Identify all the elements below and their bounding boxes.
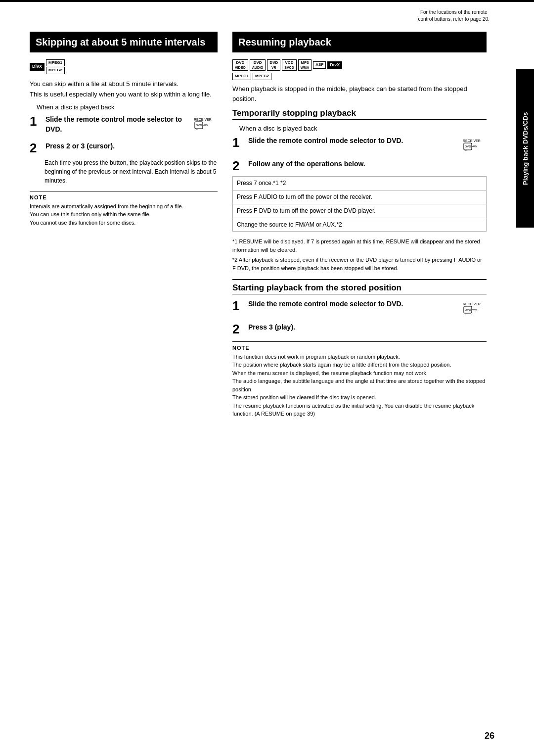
svg-text:DVD: DVD	[465, 145, 471, 148]
right-temp-step2: 2 Follow any of the operations below.	[232, 159, 487, 172]
badge-mpeg2-right: MPEG2	[253, 73, 271, 80]
left-step2-text: Press 2 or 3 (cursor).	[45, 142, 218, 151]
right-temp-step1-content: 1 Slide the remote control mode selector…	[232, 136, 459, 153]
temp-stop-title: Temporarily stopping playback	[232, 108, 487, 120]
left-body-text: You can skip within a file at about 5 mi…	[30, 79, 218, 100]
left-note: NOTE Intervals are automatically assigne…	[30, 191, 218, 227]
table-cell: Press 7 once.*1 *2	[233, 177, 487, 190]
starting-step1-content: 1 Slide the remote control mode selector…	[232, 299, 459, 316]
starting-step1: 1 Slide the remote control mode selector…	[232, 299, 459, 312]
badge-dvd-video: DVDVIDEO	[232, 59, 248, 71]
badge-vcd: VCDSVCD	[282, 59, 296, 71]
badge-dvd-vr: DVDVR	[267, 59, 280, 71]
right-temp-step2-text: Follow any of the operations below.	[248, 159, 487, 169]
mpeg1-badge: MPEG1	[46, 59, 65, 66]
remote-svg-right2: RECEIVER DVD TV ←	[462, 300, 487, 318]
right-column: Resuming playback DVDVIDEO DVDAUDIO DVDV…	[232, 32, 487, 418]
starting-step1-row: 1 Slide the remote control mode selector…	[232, 299, 487, 320]
right-format-badges-row1: DVDVIDEO DVDAUDIO DVDVR VCDSVCD MP3WMA A…	[232, 59, 487, 71]
right-remote-icon-1: RECEIVER DVD TV ←	[462, 137, 487, 156]
table-row: Press F DVD to turn off the power of the…	[233, 204, 487, 218]
right-section-title: Resuming playback	[232, 32, 487, 52]
svg-text:RECEIVER: RECEIVER	[463, 139, 481, 142]
left-note-title: NOTE	[30, 194, 218, 200]
left-column: Skipping at about 5 minute intervals Div…	[30, 32, 218, 418]
table-cell: Press F AUDIO to turn off the power of t…	[233, 190, 487, 204]
page-container: For the locations of the remote control …	[0, 0, 534, 756]
svg-text:←: ←	[464, 149, 468, 152]
right-temp-step1-number: 1	[232, 136, 244, 149]
table-row: Press 7 once.*1 *2	[233, 177, 487, 190]
remote-svg-left: RECEIVER DVD TV ←	[193, 116, 218, 134]
badge-mp3: MP3WMA	[298, 59, 312, 71]
svg-text:DVD: DVD	[465, 308, 471, 311]
left-remote-icon: RECEIVER DVD TV ←	[193, 116, 218, 135]
badge-dvd-audio: DVDAUDIO	[250, 59, 266, 71]
table-cell: Change the source to FM/AM or AUX.*2	[233, 218, 487, 232]
right-body-text: When playback is stopped in the middle, …	[232, 84, 487, 105]
left-step1: 1 Slide the remote control mode selector…	[30, 115, 190, 134]
left-format-badges: DivX MPEG1 MPEG2	[30, 59, 218, 74]
table-row: Press F AUDIO to turn off the power of t…	[233, 190, 487, 204]
starting-note-lines: This function does not work in program p…	[232, 353, 487, 418]
starting-title: Starting playback from the stored positi…	[232, 283, 487, 294]
starting-note-title: NOTE	[232, 345, 487, 351]
table-cell: Press F DVD to turn off the power of the…	[233, 204, 487, 218]
svg-text:DVD: DVD	[196, 124, 202, 127]
starting-step2-text: Press 3 (play).	[248, 323, 487, 332]
starting-note: NOTE This function does not work in prog…	[232, 341, 487, 418]
starting-step2-number: 2	[232, 323, 244, 335]
left-section-title: Skipping at about 5 minute intervals	[30, 32, 218, 52]
left-step2-number: 2	[30, 142, 42, 154]
side-tab: Playing back DVDs/CDs	[516, 69, 534, 228]
left-step1-text: Slide the remote control mode selector t…	[45, 115, 190, 134]
svg-text:RECEIVER: RECEIVER	[463, 302, 481, 306]
right-temp-step1: 1 Slide the remote control mode selector…	[232, 136, 459, 149]
left-step2: 2 Press 2 or 3 (cursor).	[30, 142, 218, 154]
table-row: Change the source to FM/AM or AUX.*2	[233, 218, 487, 232]
svg-text:←: ←	[195, 128, 199, 131]
footnote-1: *1 RESUME will be displayed. If 7 is pre…	[232, 237, 487, 254]
badge-divx-right: DivX	[327, 61, 342, 69]
options-table: Press 7 once.*1 *2 Press F AUDIO to turn…	[232, 176, 487, 232]
left-step1-number: 1	[30, 115, 42, 128]
left-step2-desc: Each time you press the button, the play…	[44, 158, 218, 185]
left-note-lines: Intervals are automatically assigned fro…	[30, 202, 218, 227]
right-remote-icon-2: RECEIVER DVD TV ←	[462, 300, 487, 320]
remote-svg-right1: RECEIVER DVD TV ←	[462, 137, 487, 155]
right-temp-step0: When a disc is played back	[232, 125, 487, 132]
footnotes: *1 RESUME will be displayed. If 7 is pre…	[232, 237, 487, 272]
starting-step1-text: Slide the remote control mode selector t…	[248, 299, 459, 309]
badge-asf: ASF	[313, 61, 326, 68]
starting-step1-number: 1	[232, 299, 244, 312]
mpeg2-badge: MPEG2	[46, 67, 65, 74]
right-temp-step2-number: 2	[232, 159, 244, 172]
svg-text:←: ←	[464, 312, 468, 316]
page-number: 26	[485, 731, 494, 741]
svg-text:RECEIVER: RECEIVER	[194, 118, 212, 121]
badge-mpeg1-right: MPEG1	[232, 73, 251, 80]
section-divider	[232, 279, 487, 280]
divx-badge: DivX	[30, 63, 44, 71]
left-step0: When a disc is played back	[30, 103, 218, 111]
right-temp-step1-text: Slide the remote control mode selector t…	[248, 136, 459, 146]
left-step1-row: 1 Slide the remote control mode selector…	[30, 115, 218, 138]
right-format-badges-row2: MPEG1 MPEG2	[232, 73, 487, 80]
remote-note: For the locations of the remote control …	[418, 9, 490, 23]
left-step1-content: 1 Slide the remote control mode selector…	[30, 115, 190, 138]
mpeg-stack: MPEG1 MPEG2	[46, 59, 65, 74]
content-area: Skipping at about 5 minute intervals Div…	[0, 2, 516, 448]
right-temp-step1-row: 1 Slide the remote control mode selector…	[232, 136, 487, 156]
footnote-2: *2 After playback is stopped, even if th…	[232, 256, 487, 272]
starting-step2: 2 Press 3 (play).	[232, 323, 487, 335]
